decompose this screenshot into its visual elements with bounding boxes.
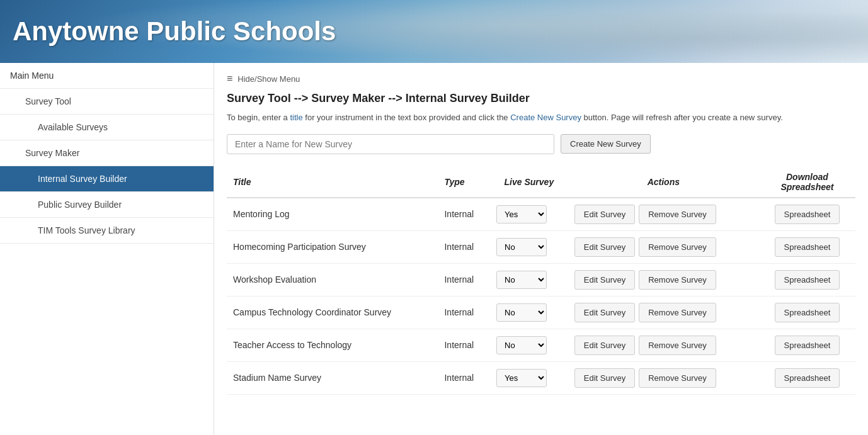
table-body: Mentoring LogInternalYesNoEdit SurveyRem… bbox=[227, 198, 855, 395]
spreadsheet-button-2[interactable]: Spreadsheet bbox=[775, 270, 840, 290]
cell-actions-4: Edit SurveyRemove Survey bbox=[568, 329, 759, 361]
table-row: Mentoring LogInternalYesNoEdit SurveyRem… bbox=[227, 198, 855, 231]
cell-spreadsheet-1[interactable]: Spreadsheet bbox=[759, 230, 855, 263]
breadcrumb: Survey Tool --> Survey Maker --> Interna… bbox=[227, 92, 855, 105]
cell-actions-0: Edit SurveyRemove Survey bbox=[568, 198, 759, 231]
menu-toggle-label: Hide/Show Menu bbox=[237, 74, 300, 84]
cell-spreadsheet-2[interactable]: Spreadsheet bbox=[759, 263, 855, 296]
sidebar-item-internal-survey-builder[interactable]: Internal Survey Builder bbox=[0, 166, 214, 192]
remove-survey-button-5[interactable]: Remove Survey bbox=[639, 368, 716, 388]
live-select-4[interactable]: YesNo bbox=[496, 336, 547, 354]
create-survey-button[interactable]: Create New Survey bbox=[561, 134, 651, 154]
cell-actions-3: Edit SurveyRemove Survey bbox=[568, 296, 759, 329]
cell-spreadsheet-3[interactable]: Spreadsheet bbox=[759, 296, 855, 329]
main-content: ≡ Hide/Show Menu Survey Tool --> Survey … bbox=[214, 63, 868, 435]
cell-live-3[interactable]: YesNo bbox=[490, 296, 568, 329]
table-row: Stadium Name SurveyInternalYesNoEdit Sur… bbox=[227, 361, 855, 394]
cell-title-0: Mentoring Log bbox=[227, 198, 438, 231]
col-header-live: Live Survey bbox=[490, 167, 568, 198]
survey-table: Title Type Live Survey Actions DownloadS… bbox=[227, 167, 855, 395]
cell-type-5: Internal bbox=[438, 361, 490, 394]
sidebar-item-survey-tool[interactable]: Survey Tool bbox=[0, 89, 214, 115]
cell-actions-5: Edit SurveyRemove Survey bbox=[568, 361, 759, 394]
menu-toggle[interactable]: ≡ Hide/Show Menu bbox=[227, 73, 855, 84]
remove-survey-button-0[interactable]: Remove Survey bbox=[639, 205, 716, 224]
cell-type-0: Internal bbox=[438, 198, 490, 231]
table-row: Homecoming Participation SurveyInternalY… bbox=[227, 230, 855, 263]
live-select-0[interactable]: YesNo bbox=[496, 205, 547, 223]
col-header-actions: Actions bbox=[568, 167, 759, 198]
edit-survey-button-1[interactable]: Edit Survey bbox=[574, 237, 635, 257]
col-header-download: DownloadSpreadsheet bbox=[759, 167, 855, 198]
live-select-2[interactable]: YesNo bbox=[496, 271, 547, 289]
cell-title-2: Workshop Evaluation bbox=[227, 263, 438, 296]
col-header-type: Type bbox=[438, 167, 490, 198]
cell-live-2[interactable]: YesNo bbox=[490, 263, 568, 296]
app-title: Anytowne Public Schools bbox=[13, 16, 336, 47]
remove-survey-button-2[interactable]: Remove Survey bbox=[639, 270, 716, 290]
sidebar-item-available-surveys[interactable]: Available Surveys bbox=[0, 115, 214, 140]
spreadsheet-button-4[interactable]: Spreadsheet bbox=[775, 336, 840, 355]
cell-title-1: Homecoming Participation Survey bbox=[227, 230, 438, 263]
cell-actions-1: Edit SurveyRemove Survey bbox=[568, 230, 759, 263]
cell-type-1: Internal bbox=[438, 230, 490, 263]
live-select-3[interactable]: YesNo bbox=[496, 303, 547, 322]
cell-type-2: Internal bbox=[438, 263, 490, 296]
cell-spreadsheet-4[interactable]: Spreadsheet bbox=[759, 329, 855, 361]
table-row: Workshop EvaluationInternalYesNoEdit Sur… bbox=[227, 263, 855, 296]
sidebar-item-main-menu[interactable]: Main Menu bbox=[0, 63, 214, 89]
spreadsheet-button-3[interactable]: Spreadsheet bbox=[775, 303, 840, 322]
spreadsheet-button-1[interactable]: Spreadsheet bbox=[775, 237, 840, 257]
cell-actions-2: Edit SurveyRemove Survey bbox=[568, 263, 759, 296]
spreadsheet-button-0[interactable]: Spreadsheet bbox=[775, 205, 840, 224]
layout: Main MenuSurvey ToolAvailable SurveysSur… bbox=[0, 63, 868, 435]
remove-survey-button-1[interactable]: Remove Survey bbox=[639, 237, 716, 257]
cell-live-1[interactable]: YesNo bbox=[490, 230, 568, 263]
live-select-1[interactable]: YesNo bbox=[496, 238, 547, 256]
create-survey-row: Create New Survey bbox=[227, 134, 855, 154]
desc-button-highlight: Create New Survey bbox=[510, 113, 581, 122]
sidebar-item-public-survey-builder[interactable]: Public Survey Builder bbox=[0, 192, 214, 218]
table-header: Title Type Live Survey Actions DownloadS… bbox=[227, 167, 855, 198]
edit-survey-button-3[interactable]: Edit Survey bbox=[574, 303, 635, 322]
edit-survey-button-0[interactable]: Edit Survey bbox=[574, 205, 635, 224]
edit-survey-button-5[interactable]: Edit Survey bbox=[574, 368, 635, 388]
cell-title-5: Stadium Name Survey bbox=[227, 361, 438, 394]
cell-live-5[interactable]: YesNo bbox=[490, 361, 568, 394]
survey-name-input[interactable] bbox=[227, 134, 554, 154]
description: To begin, enter a title for your instrum… bbox=[227, 111, 855, 124]
cell-spreadsheet-0[interactable]: Spreadsheet bbox=[759, 198, 855, 231]
cell-live-0[interactable]: YesNo bbox=[490, 198, 568, 231]
live-select-5[interactable]: YesNo bbox=[496, 369, 547, 387]
spreadsheet-button-5[interactable]: Spreadsheet bbox=[775, 368, 840, 388]
cell-live-4[interactable]: YesNo bbox=[490, 329, 568, 361]
table-row: Campus Technology Coordinator SurveyInte… bbox=[227, 296, 855, 329]
cell-type-3: Internal bbox=[438, 296, 490, 329]
cell-spreadsheet-5[interactable]: Spreadsheet bbox=[759, 361, 855, 394]
edit-survey-button-4[interactable]: Edit Survey bbox=[574, 336, 635, 355]
hamburger-icon: ≡ bbox=[227, 73, 232, 84]
sidebar-item-survey-maker[interactable]: Survey Maker bbox=[0, 140, 214, 166]
table-row: Teacher Access to TechnologyInternalYesN… bbox=[227, 329, 855, 361]
col-header-title: Title bbox=[227, 167, 438, 198]
cell-type-4: Internal bbox=[438, 329, 490, 361]
sidebar: Main MenuSurvey ToolAvailable SurveysSur… bbox=[0, 63, 214, 435]
edit-survey-button-2[interactable]: Edit Survey bbox=[574, 270, 635, 290]
cell-title-3: Campus Technology Coordinator Survey bbox=[227, 296, 438, 329]
cell-title-4: Teacher Access to Technology bbox=[227, 329, 438, 361]
desc-title-highlight: title bbox=[290, 113, 302, 122]
sidebar-item-tim-tools-survey-library[interactable]: TIM Tools Survey Library bbox=[0, 218, 214, 244]
remove-survey-button-4[interactable]: Remove Survey bbox=[639, 336, 716, 355]
header: Anytowne Public Schools bbox=[0, 0, 868, 63]
remove-survey-button-3[interactable]: Remove Survey bbox=[639, 303, 716, 322]
